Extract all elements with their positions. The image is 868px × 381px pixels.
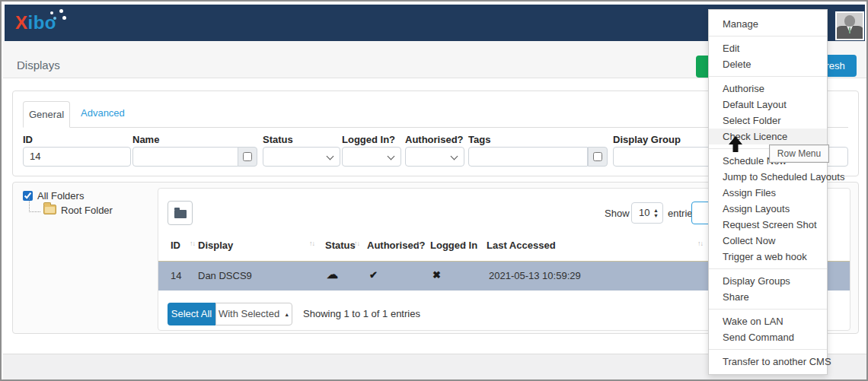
menu-item-request-screen-shot[interactable]: Request Screen Shot xyxy=(709,217,827,233)
stepper-arrows-icon: ▲▼ xyxy=(653,208,659,218)
cloud-status-icon xyxy=(327,268,338,281)
select-all-button[interactable]: Select All xyxy=(168,303,215,325)
menu-divider xyxy=(709,309,827,310)
cell-display: Dan DSCS9 xyxy=(198,270,252,281)
page-size-select[interactable]: 10 ▲▼ xyxy=(631,202,663,224)
menu-item-default-layout[interactable]: Default Layout xyxy=(709,97,827,113)
loggedin-filter-select[interactable] xyxy=(342,147,401,167)
menu-divider xyxy=(709,76,827,77)
user-avatar[interactable] xyxy=(835,11,864,40)
show-label: Show xyxy=(605,208,630,219)
chevron-down-icon xyxy=(327,153,334,160)
folder-icon xyxy=(43,205,56,214)
sort-icon[interactable] xyxy=(416,240,422,247)
name-filter-label: Name xyxy=(132,134,159,145)
id-filter-label: ID xyxy=(23,134,33,145)
tags-exact-match-checkbox[interactable] xyxy=(593,152,602,161)
menu-item-delete[interactable]: Delete xyxy=(709,56,827,72)
menu-item-collect-now[interactable]: Collect Now xyxy=(709,233,827,249)
name-filter-exact-addon xyxy=(238,147,257,167)
xibo-logo[interactable]: Xibo xyxy=(15,12,56,33)
tab-general[interactable]: General xyxy=(23,101,70,128)
menu-item-check-licence[interactable]: Check Licence xyxy=(709,129,827,144)
sort-icon[interactable] xyxy=(354,240,359,247)
cell-id: 14 xyxy=(171,270,181,281)
menu-item-jump-to-scheduled-layouts[interactable]: Jump to Scheduled Layouts xyxy=(709,169,827,185)
cross-icon xyxy=(432,269,441,281)
authorised-filter-label: Authorised? xyxy=(405,134,464,145)
tree-connector xyxy=(29,198,40,212)
mouse-cursor-icon xyxy=(728,135,743,157)
sort-icon[interactable] xyxy=(309,240,314,247)
menu-item-send-command[interactable]: Send Command xyxy=(709,329,827,345)
status-filter-select[interactable] xyxy=(263,147,340,167)
logo-dot xyxy=(50,11,53,14)
all-folders-label: All Folders xyxy=(37,190,84,202)
authorised-filter-select[interactable] xyxy=(405,147,464,167)
menu-item-assign-files[interactable]: Assign Files xyxy=(709,185,827,201)
menu-item-trigger-web-hook[interactable]: Trigger a web hook xyxy=(709,249,827,265)
cell-last-accessed: 2021-05-13 10:59:29 xyxy=(489,270,581,281)
menu-item-transfer-cms[interactable]: Transfer to another CMS xyxy=(709,354,827,370)
sort-icon[interactable] xyxy=(190,240,195,247)
check-icon xyxy=(369,269,378,281)
col-header-display[interactable]: Display xyxy=(198,240,233,251)
menu-item-wake-on-lan[interactable]: Wake on LAN xyxy=(709,313,827,329)
menu-divider xyxy=(709,36,827,37)
avatar-image xyxy=(837,13,863,39)
col-header-id[interactable]: ID xyxy=(171,240,180,251)
menu-divider xyxy=(709,349,827,350)
page-size-value: 10 xyxy=(639,207,649,218)
logo-ibo: ibo xyxy=(28,12,57,33)
status-filter-label: Status xyxy=(263,134,293,145)
table-summary: Showing 1 to 1 of 1 entries xyxy=(303,308,420,319)
tags-filter-label: Tags xyxy=(468,134,490,145)
toggle-folders-button[interactable] xyxy=(168,201,193,225)
xibo-displays-page: Xibo Displays Refresh General Advanced I… xyxy=(0,0,868,381)
tags-filter-exact-addon xyxy=(588,147,608,167)
menu-item-share[interactable]: Share xyxy=(709,289,827,305)
row-context-menu: Manage Edit Delete Authorise Default Lay… xyxy=(708,9,828,375)
col-header-loggedin[interactable]: Logged In xyxy=(430,240,477,251)
menu-item-manage[interactable]: Manage xyxy=(709,16,827,32)
menu-item-display-groups[interactable]: Display Groups xyxy=(709,273,827,289)
sort-icon[interactable] xyxy=(461,240,466,247)
menu-item-edit[interactable]: Edit xyxy=(709,40,827,56)
col-header-status[interactable]: Status xyxy=(325,240,356,251)
displaygroup-filter-label: Display Group xyxy=(613,134,681,145)
menu-item-select-folder[interactable]: Select Folder xyxy=(709,113,827,129)
loggedin-filter-label: Logged In? xyxy=(342,134,395,145)
name-filter-input[interactable] xyxy=(132,147,238,167)
logo-x: X xyxy=(15,12,28,33)
tags-filter-input[interactable] xyxy=(468,147,588,167)
sort-icon[interactable] xyxy=(697,240,703,247)
chevron-down-icon xyxy=(388,153,395,160)
logo-dot xyxy=(62,16,66,20)
col-header-lastaccessed[interactable]: Last Accessed xyxy=(487,240,556,251)
menu-item-assign-layouts[interactable]: Assign Layouts xyxy=(709,201,827,217)
tab-advanced[interactable]: Advanced xyxy=(81,107,125,119)
menu-item-authorise[interactable]: Authorise xyxy=(709,81,827,97)
page-title: Displays xyxy=(17,59,60,71)
with-selected-dropdown[interactable]: With Selected xyxy=(215,303,292,325)
folder-icon xyxy=(174,210,187,218)
root-folder-item[interactable]: Root Folder xyxy=(61,205,113,216)
row-menu-tooltip: Row Menu xyxy=(769,144,829,163)
menu-divider xyxy=(709,268,827,269)
logo-dot xyxy=(59,9,63,13)
name-exact-match-checkbox[interactable] xyxy=(243,152,252,161)
logo-dot xyxy=(53,17,56,20)
id-filter-input[interactable]: 14 xyxy=(23,147,131,167)
chevron-down-icon xyxy=(451,153,458,160)
